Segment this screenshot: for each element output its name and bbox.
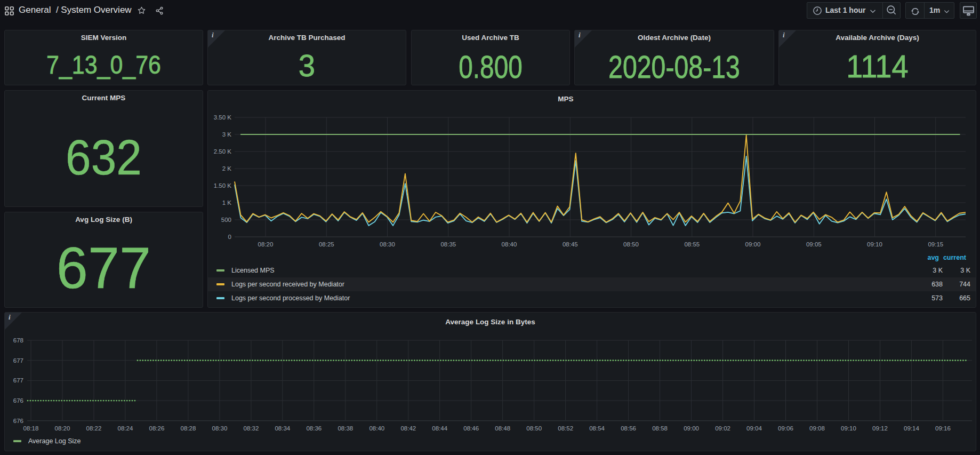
svg-text:08:48: 08:48 — [495, 425, 510, 432]
svg-text:678: 678 — [13, 337, 23, 344]
svg-text:08:22: 08:22 — [86, 425, 102, 432]
svg-text:09:00: 09:00 — [684, 425, 699, 432]
svg-text:08:50: 08:50 — [623, 241, 639, 248]
svg-text:08:30: 08:30 — [212, 425, 228, 432]
svg-text:09:14: 09:14 — [904, 425, 919, 432]
svg-text:08:18: 08:18 — [23, 425, 39, 432]
svg-text:08:30: 08:30 — [380, 241, 395, 248]
svg-text:3 K: 3 K — [222, 131, 232, 138]
svg-text:1 K: 1 K — [222, 199, 232, 206]
svg-text:08:24: 08:24 — [118, 425, 133, 432]
svg-text:09:02: 09:02 — [715, 425, 730, 432]
svg-text:08:40: 08:40 — [369, 425, 384, 432]
svg-text:09:15: 09:15 — [928, 241, 943, 248]
svg-text:09:08: 09:08 — [809, 425, 825, 432]
svg-text:08:46: 08:46 — [463, 425, 479, 432]
svg-text:08:20: 08:20 — [55, 425, 70, 432]
svg-text:08:52: 08:52 — [558, 425, 573, 432]
svg-text:676: 676 — [13, 397, 23, 404]
svg-text:08:42: 08:42 — [400, 425, 416, 432]
svg-text:2 K: 2 K — [222, 165, 232, 172]
svg-text:09:10: 09:10 — [841, 425, 856, 432]
svg-text:09:16: 09:16 — [935, 425, 951, 432]
svg-text:08:56: 08:56 — [621, 425, 636, 432]
svg-text:08:26: 08:26 — [149, 425, 165, 432]
svg-text:08:54: 08:54 — [589, 425, 605, 432]
svg-text:0: 0 — [228, 234, 231, 240]
svg-text:676: 676 — [13, 418, 23, 424]
svg-text:08:38: 08:38 — [338, 425, 353, 432]
svg-text:08:50: 08:50 — [526, 425, 542, 432]
svg-text:08:32: 08:32 — [244, 425, 259, 432]
svg-text:08:35: 08:35 — [440, 241, 456, 248]
svg-text:677: 677 — [13, 357, 23, 364]
svg-text:08:58: 08:58 — [652, 425, 668, 432]
svg-text:09:00: 09:00 — [745, 241, 761, 248]
svg-text:2.50 K: 2.50 K — [214, 148, 232, 155]
svg-text:08:40: 08:40 — [502, 241, 517, 248]
svg-text:500: 500 — [221, 217, 231, 223]
svg-text:08:55: 08:55 — [684, 241, 700, 248]
svg-text:08:36: 08:36 — [306, 425, 322, 432]
svg-text:08:20: 08:20 — [258, 241, 274, 248]
svg-text:09:12: 09:12 — [872, 425, 888, 432]
svg-text:09:05: 09:05 — [806, 241, 822, 248]
svg-text:677: 677 — [13, 377, 23, 384]
svg-text:08:25: 08:25 — [319, 241, 334, 248]
svg-text:08:28: 08:28 — [181, 425, 196, 432]
svg-text:3.50 K: 3.50 K — [214, 114, 232, 121]
svg-text:09:04: 09:04 — [746, 425, 762, 432]
svg-text:09:06: 09:06 — [778, 425, 793, 432]
svg-text:08:44: 08:44 — [432, 425, 447, 432]
svg-text:08:45: 08:45 — [563, 241, 578, 248]
svg-text:09:10: 09:10 — [867, 241, 882, 248]
svg-text:1.50 K: 1.50 K — [214, 182, 232, 189]
svg-text:08:34: 08:34 — [275, 425, 290, 432]
